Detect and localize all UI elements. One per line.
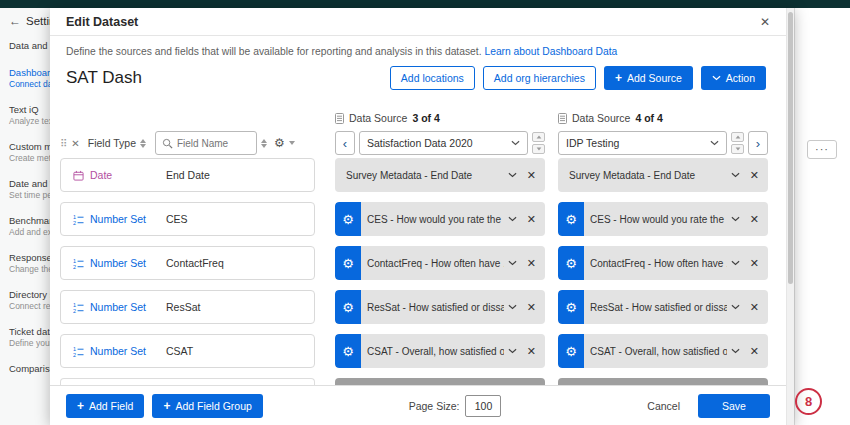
remove-mapping-icon[interactable]: ✕: [527, 257, 536, 270]
dataset-name: SAT Dash: [66, 68, 142, 88]
gear-icon[interactable]: ⚙: [558, 202, 584, 236]
source-mapping-chip[interactable]: ⚙ CSAT - Overall, how satisfied or... ✕: [558, 334, 768, 368]
source-mapping-chip[interactable]: ⚙ CES - How would you rate the ... ✕: [335, 202, 545, 236]
description-text: Define the sources and fields that will …: [66, 46, 482, 57]
chevron-down-icon[interactable]: [508, 216, 517, 222]
chevron-down-icon[interactable]: [508, 348, 517, 354]
field-card[interactable]: 12 Number Set ContactFreq: [60, 246, 315, 280]
add-field-group-button[interactable]: +Add Field Group: [152, 394, 262, 418]
source-mapping-chip[interactable]: ⚙ ContactFreq - How often have ... ✕: [558, 246, 768, 280]
modal-scrollbar[interactable]: [786, 8, 794, 425]
action-button[interactable]: Action: [701, 66, 766, 90]
page-size-control: Page Size:: [263, 395, 647, 417]
field-name-search[interactable]: [155, 131, 257, 155]
remove-mapping-icon[interactable]: ✕: [750, 213, 759, 226]
cancel-button[interactable]: Cancel: [647, 400, 680, 412]
back-arrow-icon[interactable]: ←: [9, 14, 21, 28]
drag-handle-icon[interactable]: ⠿: [60, 138, 67, 149]
data-source-4-selector-row: IDP Testing ›: [558, 130, 768, 156]
footer-left: +Add Field +Add Field Group: [66, 394, 263, 418]
remove-mapping-icon[interactable]: ✕: [750, 345, 759, 358]
remove-mapping-icon[interactable]: ✕: [527, 301, 536, 314]
svg-text:2: 2: [73, 263, 76, 268]
clear-filter-icon[interactable]: ✕: [71, 138, 79, 149]
remove-mapping-icon[interactable]: ✕: [527, 345, 536, 358]
gear-icon[interactable]: ⚙: [558, 334, 584, 368]
svg-text:2: 2: [73, 307, 76, 312]
more-options-button[interactable]: ···: [807, 140, 837, 159]
reorder-source-4-controls: [731, 132, 744, 154]
annotation-step-circle: 8: [795, 388, 822, 415]
plus-icon: +: [77, 400, 84, 412]
calendar-icon: [73, 170, 84, 181]
search-icon: [162, 138, 173, 149]
chevron-down-icon[interactable]: [731, 216, 740, 222]
chevron-down-icon[interactable]: [508, 172, 517, 178]
remove-mapping-icon[interactable]: ✕: [527, 169, 536, 182]
field-tools-row: ⠿ ✕ Field Type ⚙: [60, 130, 322, 156]
chevron-down-icon[interactable]: [731, 172, 740, 178]
remove-mapping-icon[interactable]: ✕: [750, 257, 759, 270]
source-mapping-chip[interactable]: ⚙ CES - How would you rate the ... ✕: [558, 202, 768, 236]
chevron-down-icon[interactable]: [731, 348, 740, 354]
previous-source-button[interactable]: ‹: [335, 131, 355, 155]
reorder-source-3-controls: [532, 132, 545, 154]
save-button[interactable]: Save: [698, 394, 770, 418]
data-source-3-select[interactable]: Satisfaction Data 2020: [359, 131, 528, 155]
toolbar: Add locations Add org hierarchies +Add S…: [390, 66, 766, 90]
modal-header: Edit Dataset ✕: [50, 8, 786, 36]
document-icon: [335, 113, 344, 124]
field-card[interactable]: 12 Number Set CES: [60, 202, 315, 236]
reorder-up-icon[interactable]: [731, 132, 744, 142]
source-mapping-chip[interactable]: ⚙ CSAT - Overall, how satisfied or... ✕: [335, 334, 545, 368]
chevron-down-icon[interactable]: [508, 304, 517, 310]
add-field-button[interactable]: +Add Field: [66, 394, 144, 418]
reorder-down-icon[interactable]: [532, 144, 545, 154]
remove-mapping-icon[interactable]: ✕: [527, 213, 536, 226]
chevron-down-icon[interactable]: [731, 304, 740, 310]
svg-text:2: 2: [73, 351, 76, 356]
search-input[interactable]: [177, 138, 243, 149]
source-mapping-chip[interactable]: Survey Metadata - End Date ✕: [558, 158, 768, 192]
close-icon[interactable]: ✕: [760, 15, 770, 29]
chevron-down-icon: [710, 140, 719, 146]
screen: ← Settings Data and analy Dashboard da C…: [0, 0, 850, 425]
source-mapping-chip[interactable]: ⚙ ResSat - How satisfied or dissat... ✕: [335, 290, 545, 324]
scrollbar-thumb[interactable]: [788, 12, 793, 284]
remove-mapping-icon[interactable]: ✕: [750, 169, 759, 182]
remove-mapping-icon[interactable]: ✕: [750, 301, 759, 314]
gear-icon[interactable]: ⚙: [558, 246, 584, 280]
field-type: 12 Number Set: [61, 345, 166, 357]
chevron-down-icon[interactable]: [731, 260, 740, 266]
gear-icon[interactable]: ⚙: [558, 290, 584, 324]
gear-icon[interactable]: ⚙: [335, 334, 361, 368]
field-row-contactfreq: 12 Number Set ContactFreq ⚙ ContactFreq …: [50, 246, 794, 280]
field-card[interactable]: 12 Number Set ResSat: [60, 290, 315, 324]
data-source-4-select[interactable]: IDP Testing: [558, 131, 727, 155]
page-size-input[interactable]: [465, 395, 501, 417]
gear-icon[interactable]: ⚙: [335, 202, 361, 236]
column-settings-gear-icon[interactable]: ⚙: [274, 136, 285, 150]
reorder-up-icon[interactable]: [532, 132, 545, 142]
gear-icon[interactable]: ⚙: [335, 290, 361, 324]
source-mapping-chip[interactable]: ⚙ ResSat - How satisfied or dissat... ✕: [558, 290, 768, 324]
add-source-button[interactable]: +Add Source: [604, 66, 693, 90]
sort-field-type-icon[interactable]: [140, 139, 146, 148]
learn-more-link[interactable]: Learn about Dashboard Data: [484, 46, 617, 57]
gear-icon[interactable]: ⚙: [335, 246, 361, 280]
add-locations-button[interactable]: Add locations: [390, 66, 475, 90]
source-mapping-chip[interactable]: Survey Metadata - End Date ✕: [335, 158, 545, 192]
reorder-down-icon[interactable]: [731, 144, 744, 154]
sort-field-name-icon[interactable]: [261, 139, 267, 148]
footer-right: Cancel Save: [647, 394, 770, 418]
field-type-label: Field Type: [88, 137, 136, 149]
page-right-rail: ···: [794, 8, 850, 425]
field-card[interactable]: Date End Date: [60, 158, 315, 192]
field-card[interactable]: 12 Number Set CSAT: [60, 334, 315, 368]
next-source-button[interactable]: ›: [748, 131, 768, 155]
chevron-down-icon[interactable]: [508, 260, 517, 266]
gear-caret-icon[interactable]: [289, 141, 295, 145]
add-org-hierarchies-button[interactable]: Add org hierarchies: [483, 66, 596, 90]
source-mapping-chip[interactable]: ⚙ ContactFreq - How often have ... ✕: [335, 246, 545, 280]
chevron-down-icon: [511, 140, 520, 146]
